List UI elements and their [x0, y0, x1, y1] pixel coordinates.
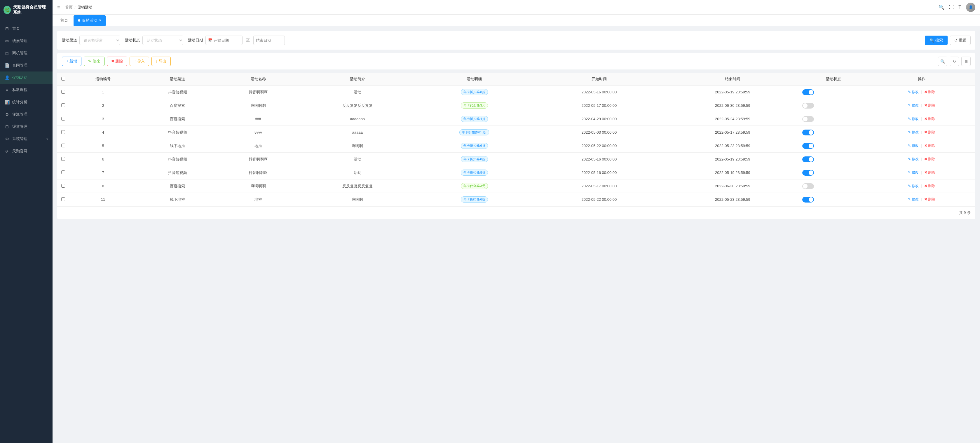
- filter-date: 活动日期 📅 至: [188, 36, 285, 45]
- row-checkbox[interactable]: [61, 157, 65, 161]
- td-status[interactable]: [799, 153, 868, 166]
- op-delete-link[interactable]: ✖ 删除: [924, 130, 935, 134]
- op-delete-link[interactable]: ✖ 删除: [924, 143, 935, 148]
- td-status[interactable]: [799, 112, 868, 126]
- sidebar-item-leads[interactable]: ✉ 线索管理: [0, 35, 52, 47]
- tab-promotion[interactable]: 促销活动 ✕: [73, 15, 106, 25]
- td-detail: 年卡折扣券/4折: [416, 112, 532, 126]
- row-checkbox[interactable]: [61, 117, 65, 121]
- td-checkbox: [57, 99, 69, 112]
- op-delete-link[interactable]: ✖ 删除: [924, 103, 935, 107]
- sidebar-item-stats[interactable]: 📊 统计分析: [0, 96, 52, 108]
- content-area: 活动渠道 请选择渠道 活动状态 活动状态 活动日期 📅 至: [52, 26, 980, 443]
- row-checkbox[interactable]: [61, 143, 65, 147]
- op-delete-link[interactable]: ✖ 删除: [924, 117, 935, 121]
- status-toggle-on[interactable]: [802, 156, 814, 162]
- tab-home[interactable]: 首页: [56, 15, 72, 25]
- refresh-icon[interactable]: ↻: [950, 57, 959, 66]
- end-date-input[interactable]: [256, 38, 282, 43]
- table-search-icon[interactable]: 🔍: [938, 57, 947, 66]
- select-all-checkbox[interactable]: [61, 77, 65, 81]
- action-bar-right: 🔍 ↻ ⊞: [938, 57, 970, 66]
- status-select[interactable]: 活动状态: [142, 36, 183, 45]
- op-delete-link[interactable]: ✖ 删除: [924, 157, 935, 161]
- td-status[interactable]: [799, 139, 868, 153]
- status-toggle-on[interactable]: [802, 89, 814, 95]
- op-edit-link[interactable]: ✎ 修改: [908, 143, 919, 148]
- status-toggle-on[interactable]: [802, 197, 814, 202]
- edit-button[interactable]: ✎ 修改: [84, 57, 105, 66]
- export-button[interactable]: ↓ 导出: [151, 57, 171, 66]
- sidebar-item-private-course[interactable]: ≡ 私教课程: [0, 84, 52, 96]
- op-edit-link[interactable]: ✎ 修改: [908, 197, 919, 201]
- search-button[interactable]: 🔍 搜索: [925, 36, 948, 45]
- op-sep: |: [921, 197, 922, 201]
- sidebar-item-promotion[interactable]: 👤 促销活动: [0, 72, 52, 84]
- user-avatar[interactable]: 👤: [966, 3, 975, 12]
- sidebar-item-channel[interactable]: ⊡ 渠道管理: [0, 121, 52, 133]
- status-toggle-on[interactable]: [802, 170, 814, 176]
- status-toggle-on[interactable]: [802, 129, 814, 135]
- op-edit-link[interactable]: ✎ 修改: [908, 157, 919, 161]
- sidebar-item-home[interactable]: ⊞ 首页: [0, 22, 52, 35]
- td-status[interactable]: [799, 126, 868, 139]
- op-delete-link[interactable]: ✖ 删除: [924, 90, 935, 94]
- start-date-input[interactable]: [214, 38, 240, 43]
- row-checkbox[interactable]: [61, 90, 65, 94]
- row-checkbox[interactable]: [61, 103, 65, 107]
- op-edit-link[interactable]: ✎ 修改: [908, 90, 919, 94]
- row-checkbox[interactable]: [61, 130, 65, 134]
- td-channel: 百度搜索: [137, 99, 218, 112]
- reset-button[interactable]: ↺ 重置: [950, 36, 970, 45]
- status-toggle-off[interactable]: [802, 116, 814, 122]
- td-checkbox: [57, 166, 69, 180]
- sidebar-item-opportunity[interactable]: ◻ 商机管理: [0, 47, 52, 59]
- detail-tag: 年卡折扣券/6折: [461, 143, 488, 149]
- td-channel: 线下地推: [137, 193, 218, 206]
- row-checkbox[interactable]: [61, 171, 65, 174]
- sidebar-item-system[interactable]: ⚙ 系统管理 ▾: [0, 133, 52, 145]
- op-delete-link[interactable]: ✖ 删除: [924, 171, 935, 175]
- action-bar: + 新增 ✎ 修改 ✖ 删除 ↑ 导入 ↓ 导出 🔍 ↻ ⊞: [57, 53, 975, 69]
- status-toggle-on[interactable]: [802, 143, 814, 149]
- td-status[interactable]: [799, 193, 868, 206]
- search-icon[interactable]: 🔍: [939, 5, 944, 10]
- op-edit-link[interactable]: ✎ 修改: [908, 117, 919, 121]
- sidebar-item-website[interactable]: ✈ 天勤官网: [0, 145, 52, 157]
- op-edit-link[interactable]: ✎ 修改: [908, 103, 919, 107]
- detail-tag: 年卡折扣券/8折: [461, 89, 488, 95]
- row-checkbox[interactable]: [61, 197, 65, 201]
- td-status[interactable]: [799, 99, 868, 112]
- td-status[interactable]: [799, 166, 868, 180]
- end-date-wrap: [253, 36, 285, 45]
- status-toggle-off[interactable]: [802, 103, 814, 108]
- fullscreen-icon[interactable]: ⛶: [949, 5, 954, 10]
- filter-status: 活动状态 活动状态: [125, 36, 183, 45]
- row-checkbox[interactable]: [61, 184, 65, 188]
- op-edit-link[interactable]: ✎ 修改: [908, 184, 919, 188]
- add-button[interactable]: + 新增: [62, 57, 81, 66]
- op-edit-link[interactable]: ✎ 修改: [908, 130, 919, 134]
- tab-close-icon[interactable]: ✕: [99, 19, 101, 22]
- status-toggle-off[interactable]: [802, 183, 814, 189]
- breadcrumb-home[interactable]: 首页: [65, 5, 73, 10]
- op-delete-link[interactable]: ✖ 删除: [924, 184, 935, 188]
- delete-button[interactable]: ✖ 删除: [107, 57, 127, 66]
- td-op: ✎ 修改 | ✖ 删除: [868, 99, 975, 112]
- td-op: ✎ 修改 | ✖ 删除: [868, 166, 975, 180]
- sidebar-item-dispatch[interactable]: ⚙ 转派管理: [0, 108, 52, 121]
- menu-toggle-icon[interactable]: ≡: [57, 5, 60, 10]
- op-delete-link[interactable]: ✖ 删除: [924, 197, 935, 201]
- td-status[interactable]: [799, 180, 868, 193]
- font-icon[interactable]: T: [958, 5, 961, 10]
- th-start: 开始时间: [532, 73, 666, 86]
- td-status[interactable]: [799, 86, 868, 99]
- sidebar-item-contract[interactable]: 📄 合同管理: [0, 59, 52, 72]
- column-settings-icon[interactable]: ⊞: [961, 57, 970, 66]
- import-button[interactable]: ↑ 导入: [130, 57, 149, 66]
- sidebar-item-label: 天勤官网: [12, 148, 27, 154]
- op-edit-link[interactable]: ✎ 修改: [908, 171, 919, 175]
- table-row: 5 线下地推 地推 啊啊啊 年卡折扣券/6折 2022-05-22 00:00:…: [57, 139, 975, 153]
- td-id: 1: [69, 86, 137, 99]
- channel-select[interactable]: 请选择渠道: [80, 36, 120, 45]
